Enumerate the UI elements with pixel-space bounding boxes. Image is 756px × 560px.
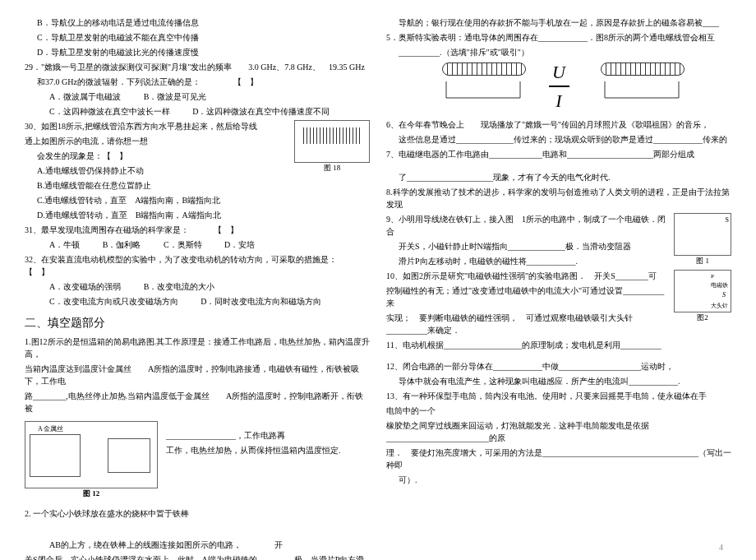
q29-choices-cd: C．这四种微波在真空中波长一样 D．这四种微波在真空中传播速度不同 — [25, 105, 370, 118]
figure-18 — [294, 120, 370, 163]
q29-line2: 和37.0 GHz的微波辐射．下列说法正确的是： 【 】 — [25, 76, 370, 88]
q32-d: D．同时改变电流方向和磁场方向 — [201, 297, 321, 306]
fill-1a: 1.图12所示的是恒温箱的简易电路图.其工作原理是：接通工作电路后，电热丝加热，… — [25, 336, 370, 360]
q32-ab: A．改变磁场的强弱 B．改变电流的大小 — [25, 280, 370, 293]
q32-cd: C．改变电流方向或只改变磁场方向 D．同时改变电流方向和磁场方向 — [25, 295, 370, 308]
fill-2a: 2. 一个实心小铁球放在盛水的烧杯中置于铁棒 — [25, 507, 370, 520]
q29-a: A．微波属于电磁波 — [49, 92, 121, 101]
fill-1c: 路________,电热丝停止加热.当箱内温度低于金属丝 A所指的温度时，控制电… — [25, 390, 370, 414]
q29-stem: 29．"嫦娥一号卫星的微波探测仪可探测"月壤"发出的频率 3.0 GHz、7.8… — [25, 61, 370, 73]
q29-c: C．这四种微波在真空中波长一样 — [49, 107, 170, 116]
q31-stem: 31、最早发现电流周围存在磁场的科学家是： 【 】 — [25, 224, 370, 236]
r2: 5．奥斯特实验表明：通电导体的周围存在____________．图8所示的两个通… — [386, 31, 731, 44]
r9: 12、闭合电路的一部分导体在____________中做____________… — [386, 360, 731, 373]
r3: 6、在今年春节晚会上 现场播放了"嫦娥一号"传回的月球照片及《歌唱祖国》的音乐， — [386, 118, 731, 131]
r10c: 橡胶垫之间穿过线圈来回运动，灯泡就能发光．这种手电筒能发电是依据________… — [386, 419, 731, 444]
q31-b: B．伽利略 — [103, 240, 141, 249]
r5: 了_____________________现象，才有了今天的电气化时代. — [386, 171, 731, 183]
r3b: 这些信息是通过______________传过来的；现场观众听到的歌声是通过__… — [386, 133, 731, 146]
figure-2: P电磁铁 S 大头针 图2 — [674, 270, 731, 324]
fill-1d: _________________，工作电路再 — [166, 429, 370, 442]
figure-1: S 图 1 — [674, 213, 731, 267]
fill-1-figure-row: A 金属丝 _________________，工作电路再 工作，电热丝加热，从… — [25, 417, 370, 493]
q30-b: B.通电螺线管能在任意位置静止 — [25, 179, 370, 192]
solenoid-right — [601, 62, 683, 112]
figure-1-label: 图 1 — [674, 256, 731, 267]
fill-1-side-text: _________________，工作电路再 工作，电热丝加热，从而保持恒温箱… — [158, 417, 370, 493]
r2b: __________.（选填"排斥"或"吸引"） — [386, 46, 731, 58]
q28-choice-c: C．导航卫星发射的电磁波不能在真空中传播 — [25, 31, 370, 44]
solenoid-figure-row: U I — [386, 62, 731, 114]
page-number: 4 — [719, 541, 723, 553]
right-column: 导航的；银行现在使用的存款折不能与手机放在一起，原因是存款折上的磁条容易被___… — [386, 16, 731, 560]
r10e: 可）. — [386, 474, 731, 486]
q30-d: D.通电螺线管转动，直至 B端指向南，A端指向北 — [25, 209, 370, 221]
r8: 11、电动机根据___________________的原理制成；发电机是利用_… — [386, 339, 731, 351]
figure-2-label: 图2 — [674, 312, 731, 324]
fill-1e: 工作，电热丝加热，从而保持恒温箱内温度恒定. — [166, 444, 370, 456]
r1: 导航的；银行现在使用的存款折不能与手机放在一起，原因是存款折上的磁条容易被___… — [386, 16, 731, 29]
q31-d: D．安培 — [224, 240, 255, 249]
fill-2c: 关S闭合后，实心小铁球仍漂浮在水面上，此时 A端为电磁铁的_________极，… — [25, 553, 370, 560]
figure-12: A 金属丝 — [25, 421, 158, 488]
solenoid-left — [442, 62, 524, 112]
q31-c: C．奥斯特 — [164, 240, 202, 249]
q32-a: A．改变磁场的强弱 — [49, 282, 121, 291]
q32-b: B．改变电流的大小 — [144, 282, 215, 291]
r5b: 8.科学的发展推动了技术的进步，科学家的发明与创造推动了人类文明的进程，正是由于… — [386, 186, 731, 211]
fraction-ui: U I — [549, 58, 569, 114]
q30-c: C.通电螺线管转动，直至 A端指向南，B端指向北 — [25, 194, 370, 206]
denominator-i: I — [549, 87, 569, 114]
section-fill-title: 二、填空题部分 — [25, 314, 370, 331]
r10: 13、有一种环保型手电筒，筒内没有电池。使用时，只要来回摇晃手电筒，使永磁体在手 — [386, 390, 731, 402]
numerator-u: U — [549, 58, 569, 87]
left-column: B．导航仪上的移动电话是通过电流传播信息 C．导航卫星发射的电磁波不能在真空中传… — [25, 16, 370, 560]
q28-choice-d: D．导航卫星发射的电磁波比光的传播速度慢 — [25, 46, 370, 58]
q31-a: A．牛顿 — [49, 240, 80, 249]
r10d: 理． 要使灯泡亮度增大，可采用的方法是_____________________… — [386, 447, 731, 471]
r9b: 导体中就会有电流产生，这种现象叫电磁感应．所产生的电流叫____________… — [386, 375, 731, 387]
q29-b: B．微波是可见光 — [144, 92, 207, 101]
r10b: 电筒中的一个 — [386, 405, 731, 417]
r4: 7、电磁继电器的工作电路由_____________电路和___________… — [386, 148, 731, 160]
q28-choice-b: B．导航仪上的移动电话是通过电流传播信息 — [25, 16, 370, 29]
q32-stem: 32、在安装直流电动机模型的实验中，为了改变电动机的转动方向，可采取的措施是： … — [25, 253, 370, 278]
q29-choices-ab: A．微波属于电磁波 B．微波是可见光 — [25, 90, 370, 103]
fill-2b: AB的上方，绕在铁棒上的线圈连接如图所示的电路， 开 — [25, 539, 370, 551]
q31-choices: A．牛顿 B．伽利略 C．奥斯特 D．安培 — [25, 238, 370, 251]
q32-c: C．改变电流方向或只改变磁场方向 — [49, 297, 178, 306]
q29-d: D．这四种微波在真空中传播速度不同 — [192, 107, 330, 116]
fill-1b: 当箱内温度达到温度计金属丝 A所指的温度时，控制电路接通，电磁铁有磁性，衔铁被吸… — [25, 363, 370, 387]
